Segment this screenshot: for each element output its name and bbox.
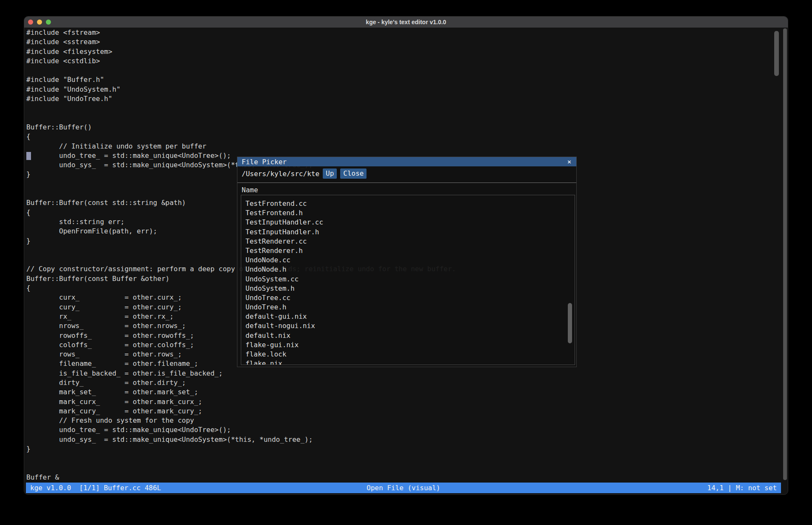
status-mode: Open File (visual) — [367, 484, 440, 492]
status-bar: kge v1.0.0 [1/1] Buffer.cc 486L Open Fil… — [26, 483, 781, 493]
file-list[interactable]: TestFrontend.ccTestFrontend.hTestInputHa… — [241, 195, 575, 365]
file-picker-dialog: File Picker ✕ /Users/kyle/src/kte Up Clo… — [237, 157, 577, 367]
file-list-item[interactable]: UndoSystem.h — [241, 284, 575, 293]
file-list-item[interactable]: default.nix — [241, 331, 575, 340]
file-list-item[interactable]: TestInputHandler.h — [241, 227, 575, 237]
file-list-item[interactable]: UndoTree.h — [241, 303, 575, 312]
window-scrollbar-track[interactable] — [783, 28, 787, 480]
file-list-item[interactable]: flake.lock — [241, 350, 575, 359]
file-list-item[interactable]: TestRenderer.cc — [241, 237, 575, 246]
file-picker-title: File Picker — [237, 158, 287, 166]
file-list-item[interactable]: UndoNode.h — [241, 265, 575, 274]
file-list-item[interactable]: UndoTree.cc — [241, 293, 575, 303]
minimize-window-icon[interactable] — [37, 20, 42, 25]
file-list-item[interactable]: TestRenderer.h — [241, 246, 575, 255]
editor-scrollbar-thumb[interactable] — [774, 31, 779, 76]
status-cursor-position: 14,1 | M: not set — [440, 484, 781, 492]
file-list-item[interactable]: TestInputHandler.cc — [241, 218, 575, 227]
app-window: kge - kyle's text editor v1.0.0 #include… — [24, 16, 788, 495]
file-list-item[interactable]: flake.nix — [241, 359, 575, 365]
file-list-scrollbar-thumb[interactable] — [568, 303, 572, 343]
file-list-item[interactable]: TestFrontend.cc — [241, 199, 575, 208]
divider — [237, 182, 576, 183]
close-icon[interactable]: ✕ — [567, 158, 576, 166]
window-title: kge - kyle's text editor v1.0.0 — [366, 19, 446, 25]
file-picker-path-row: /Users/kyle/src/kte Up Close — [237, 168, 576, 180]
file-list-item[interactable]: default-nogui.nix — [241, 321, 575, 331]
name-column-header: Name — [242, 186, 258, 194]
current-path: /Users/kyle/src/kte — [237, 170, 319, 178]
close-button[interactable]: Close — [340, 168, 367, 179]
text-cursor — [26, 152, 31, 160]
close-window-icon[interactable] — [28, 20, 33, 25]
up-button[interactable]: Up — [323, 168, 337, 179]
status-left: kge v1.0.0 [1/1] Buffer.cc 486L — [26, 484, 367, 492]
file-list-item[interactable]: flake-gui.nix — [241, 340, 575, 350]
traffic-lights — [24, 17, 51, 28]
file-list-item[interactable]: TestFrontend.h — [241, 208, 575, 218]
file-list-item[interactable]: UndoSystem.cc — [241, 275, 575, 284]
file-list-item[interactable]: UndoNode.cc — [241, 255, 575, 265]
file-list-rows: TestFrontend.ccTestFrontend.hTestInputHa… — [241, 199, 575, 365]
window-titlebar: kge - kyle's text editor v1.0.0 — [24, 17, 788, 28]
zoom-window-icon[interactable] — [46, 20, 51, 25]
file-picker-titlebar[interactable]: File Picker ✕ — [237, 157, 576, 166]
file-list-item[interactable]: default-gui.nix — [241, 312, 575, 321]
